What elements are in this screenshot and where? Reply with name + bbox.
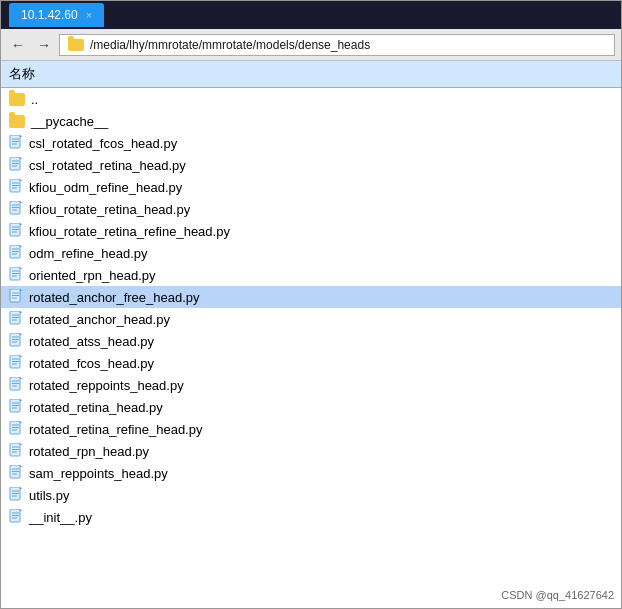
list-item[interactable]: rotated_rpn_head.py xyxy=(1,440,621,462)
path-folder-icon xyxy=(68,39,84,51)
file-manager-window: 10.1.42.60 × ← → /media/lhy/mmrotate/mmr… xyxy=(0,0,622,609)
list-item[interactable]: rotated_fcos_head.py xyxy=(1,352,621,374)
active-tab[interactable]: 10.1.42.60 × xyxy=(9,3,104,27)
python-file-icon xyxy=(9,135,23,151)
list-item[interactable]: rotated_anchor_free_head.py xyxy=(1,286,621,308)
list-item[interactable]: csl_rotated_retina_head.py xyxy=(1,154,621,176)
file-name: kfiou_rotate_retina_refine_head.py xyxy=(29,224,230,239)
list-item[interactable]: odm_refine_head.py xyxy=(1,242,621,264)
file-name: __pycache__ xyxy=(31,114,108,129)
list-item[interactable]: kfiou_odm_refine_head.py xyxy=(1,176,621,198)
forward-button[interactable]: → xyxy=(33,34,55,56)
svg-marker-66 xyxy=(20,421,22,423)
list-item[interactable]: rotated_retina_head.py xyxy=(1,396,621,418)
file-list: ..__pycache__ csl_rotated_fcos_head.py c… xyxy=(1,88,621,608)
svg-marker-41 xyxy=(20,311,22,313)
python-file-icon xyxy=(9,509,23,525)
tab-close-button[interactable]: × xyxy=(86,9,92,21)
file-name: kfiou_rotate_retina_head.py xyxy=(29,202,190,217)
list-item[interactable]: rotated_atss_head.py xyxy=(1,330,621,352)
parent-folder-icon xyxy=(9,93,25,106)
list-item[interactable]: .. xyxy=(1,88,621,110)
python-file-icon xyxy=(9,311,23,327)
svg-marker-6 xyxy=(20,157,22,159)
list-item[interactable]: csl_rotated_fcos_head.py xyxy=(1,132,621,154)
list-item[interactable]: rotated_anchor_head.py xyxy=(1,308,621,330)
file-name: rotated_retina_refine_head.py xyxy=(29,422,202,437)
path-text: /media/lhy/mmrotate/mmrotate/models/dens… xyxy=(90,38,370,52)
svg-marker-11 xyxy=(20,179,22,181)
python-file-icon xyxy=(9,223,23,239)
file-name: oriented_rpn_head.py xyxy=(29,268,156,283)
file-name: __init__.py xyxy=(29,510,92,525)
file-name: rotated_retina_head.py xyxy=(29,400,163,415)
back-button[interactable]: ← xyxy=(7,34,29,56)
folder-icon xyxy=(9,115,25,128)
file-name: rotated_atss_head.py xyxy=(29,334,154,349)
file-name: utils.py xyxy=(29,488,69,503)
python-file-icon xyxy=(9,267,23,283)
python-file-icon xyxy=(9,443,23,459)
list-item[interactable]: kfiou_rotate_retina_head.py xyxy=(1,198,621,220)
list-item[interactable]: __init__.py xyxy=(1,506,621,528)
file-name: csl_rotated_retina_head.py xyxy=(29,158,186,173)
svg-marker-56 xyxy=(20,377,22,379)
file-name: sam_reppoints_head.py xyxy=(29,466,168,481)
file-name: rotated_fcos_head.py xyxy=(29,356,154,371)
list-item[interactable]: oriented_rpn_head.py xyxy=(1,264,621,286)
svg-marker-71 xyxy=(20,443,22,445)
python-file-icon xyxy=(9,487,23,503)
python-file-icon xyxy=(9,465,23,481)
file-name: csl_rotated_fcos_head.py xyxy=(29,136,177,151)
python-file-icon xyxy=(9,179,23,195)
toolbar: ← → /media/lhy/mmrotate/mmrotate/models/… xyxy=(1,29,621,61)
python-file-icon xyxy=(9,245,23,261)
python-file-icon xyxy=(9,355,23,371)
svg-marker-1 xyxy=(20,135,22,137)
file-name: rotated_anchor_head.py xyxy=(29,312,170,327)
svg-marker-86 xyxy=(20,509,22,511)
file-name: kfiou_odm_refine_head.py xyxy=(29,180,182,195)
svg-marker-61 xyxy=(20,399,22,401)
svg-marker-31 xyxy=(20,267,22,269)
python-file-icon xyxy=(9,201,23,217)
list-item[interactable]: sam_reppoints_head.py xyxy=(1,462,621,484)
name-column-header: 名称 xyxy=(9,65,35,83)
tab-title: 10.1.42.60 xyxy=(21,8,78,22)
svg-marker-36 xyxy=(20,289,22,291)
python-file-icon xyxy=(9,157,23,173)
file-name: odm_refine_head.py xyxy=(29,246,148,261)
list-item[interactable]: rotated_reppoints_head.py xyxy=(1,374,621,396)
file-name: rotated_anchor_free_head.py xyxy=(29,290,200,305)
title-bar: 10.1.42.60 × xyxy=(1,1,621,29)
python-file-icon xyxy=(9,333,23,349)
python-file-icon xyxy=(9,289,23,305)
list-item[interactable]: __pycache__ xyxy=(1,110,621,132)
list-item[interactable]: rotated_retina_refine_head.py xyxy=(1,418,621,440)
svg-marker-26 xyxy=(20,245,22,247)
list-item[interactable]: utils.py xyxy=(1,484,621,506)
svg-marker-16 xyxy=(20,201,22,203)
python-file-icon xyxy=(9,421,23,437)
svg-marker-51 xyxy=(20,355,22,357)
file-name: rotated_rpn_head.py xyxy=(29,444,149,459)
svg-marker-46 xyxy=(20,333,22,335)
list-item[interactable]: kfiou_rotate_retina_refine_head.py xyxy=(1,220,621,242)
svg-marker-21 xyxy=(20,223,22,225)
column-header: 名称 xyxy=(1,61,621,88)
file-name: .. xyxy=(31,92,38,107)
svg-marker-76 xyxy=(20,465,22,467)
python-file-icon xyxy=(9,377,23,393)
python-file-icon xyxy=(9,399,23,415)
file-name: rotated_reppoints_head.py xyxy=(29,378,184,393)
watermark: CSDN @qq_41627642 xyxy=(501,589,614,601)
path-bar[interactable]: /media/lhy/mmrotate/mmrotate/models/dens… xyxy=(59,34,615,56)
svg-marker-81 xyxy=(20,487,22,489)
